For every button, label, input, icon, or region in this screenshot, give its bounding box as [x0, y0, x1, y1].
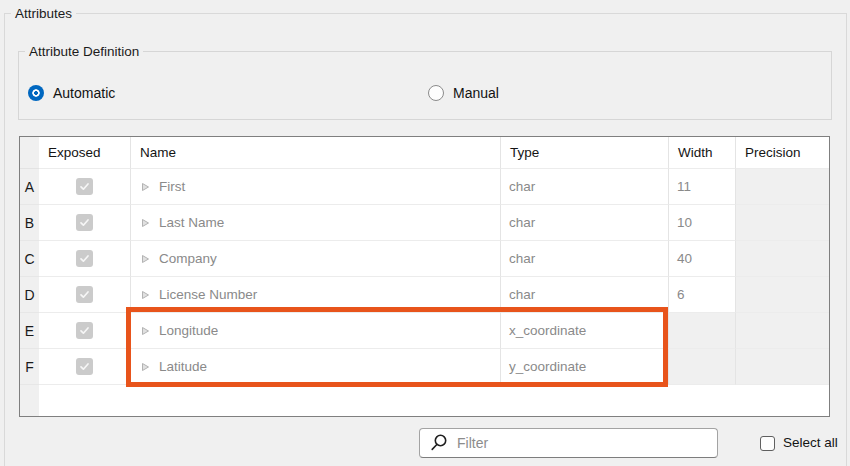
- checked-disabled-checkbox: [76, 178, 93, 195]
- width-cell[interactable]: 6: [669, 277, 736, 313]
- row-header-e[interactable]: E: [20, 313, 39, 349]
- expander-icon[interactable]: [141, 290, 150, 300]
- exposed-cell: [39, 241, 131, 277]
- unchecked-checkbox[interactable]: [760, 436, 775, 451]
- search-icon: [429, 433, 449, 453]
- table-empty-area: [39, 385, 829, 416]
- column-header-precision[interactable]: Precision: [736, 137, 829, 169]
- precision-cell: [736, 169, 829, 205]
- radio-automatic[interactable]: Automatic: [28, 85, 115, 101]
- expander-icon[interactable]: [141, 182, 150, 192]
- expander-icon[interactable]: [141, 218, 150, 228]
- checked-disabled-checkbox: [76, 358, 93, 375]
- exposed-cell: [39, 277, 131, 313]
- name-cell[interactable]: Longitude: [131, 313, 501, 349]
- attribute-table: A B C D E F Exposed Name Type Width Prec…: [19, 136, 830, 417]
- radio-automatic-label: Automatic: [53, 85, 115, 101]
- type-cell[interactable]: x_coordinate: [501, 313, 669, 349]
- width-cell[interactable]: 10: [669, 205, 736, 241]
- attribute-name: License Number: [159, 287, 257, 302]
- attribute-name: Longitude: [159, 323, 218, 338]
- name-cell[interactable]: Company: [131, 241, 501, 277]
- table-row-highlighted: Latitude y_coordinate: [39, 349, 829, 385]
- attribute-definition-groupbox: Attribute Definition: [18, 51, 832, 120]
- checked-disabled-checkbox: [76, 322, 93, 339]
- attribute-name: First: [159, 179, 185, 194]
- name-cell[interactable]: First: [131, 169, 501, 205]
- filter-field[interactable]: [419, 428, 718, 458]
- column-header-name[interactable]: Name: [131, 137, 501, 169]
- attributes-title: Attributes: [11, 5, 76, 22]
- precision-cell: [736, 241, 829, 277]
- table-row: Company char 40: [39, 241, 829, 277]
- select-all-option[interactable]: Select all: [760, 435, 838, 451]
- attribute-name: Last Name: [159, 215, 224, 230]
- radio-selected-icon: [28, 85, 44, 101]
- name-cell[interactable]: License Number: [131, 277, 501, 313]
- exposed-cell: [39, 205, 131, 241]
- table-header-row: Exposed Name Type Width Precision: [39, 137, 829, 169]
- type-cell[interactable]: char: [501, 241, 669, 277]
- type-cell[interactable]: y_coordinate: [501, 349, 669, 385]
- exposed-cell: [39, 349, 131, 385]
- precision-cell: [736, 205, 829, 241]
- expander-icon[interactable]: [141, 326, 150, 336]
- table-row: Last Name char 10: [39, 205, 829, 241]
- expander-icon[interactable]: [141, 362, 150, 372]
- precision-cell: [736, 349, 829, 385]
- type-cell[interactable]: char: [501, 277, 669, 313]
- table-row-highlighted: Longitude x_coordinate: [39, 313, 829, 349]
- name-cell[interactable]: Latitude: [131, 349, 501, 385]
- radio-manual-label: Manual: [453, 85, 499, 101]
- width-cell[interactable]: 40: [669, 241, 736, 277]
- width-cell: [669, 349, 736, 385]
- row-header-b[interactable]: B: [20, 205, 39, 241]
- column-header-exposed[interactable]: Exposed: [39, 137, 131, 169]
- width-cell: [669, 313, 736, 349]
- row-header-d[interactable]: D: [20, 277, 39, 313]
- row-header-f[interactable]: F: [20, 349, 39, 385]
- table-row: First char 11: [39, 169, 829, 205]
- attribute-name: Latitude: [159, 359, 207, 374]
- expander-icon[interactable]: [141, 254, 150, 264]
- attribute-name: Company: [159, 251, 217, 266]
- precision-cell: [736, 277, 829, 313]
- column-header-type[interactable]: Type: [501, 137, 669, 169]
- checked-disabled-checkbox: [76, 250, 93, 267]
- attribute-definition-title: Attribute Definition: [25, 43, 143, 60]
- precision-cell: [736, 313, 829, 349]
- exposed-cell: [39, 169, 131, 205]
- radio-unselected-icon: [428, 85, 444, 101]
- filter-input[interactable]: [457, 435, 709, 451]
- type-cell[interactable]: char: [501, 205, 669, 241]
- table-grid: Exposed Name Type Width Precision First …: [39, 137, 829, 416]
- select-all-label: Select all: [783, 435, 838, 451]
- table-row: License Number char 6: [39, 277, 829, 313]
- checked-disabled-checkbox: [76, 286, 93, 303]
- type-cell[interactable]: char: [501, 169, 669, 205]
- radio-manual[interactable]: Manual: [428, 85, 499, 101]
- name-cell[interactable]: Last Name: [131, 205, 501, 241]
- column-header-width[interactable]: Width: [669, 137, 736, 169]
- table-corner: [20, 137, 39, 169]
- row-header-a[interactable]: A: [20, 169, 39, 205]
- exposed-cell: [39, 313, 131, 349]
- checked-disabled-checkbox: [76, 214, 93, 231]
- row-header-c[interactable]: C: [20, 241, 39, 277]
- row-header-gutter: A B C D E F: [20, 137, 39, 416]
- width-cell[interactable]: 11: [669, 169, 736, 205]
